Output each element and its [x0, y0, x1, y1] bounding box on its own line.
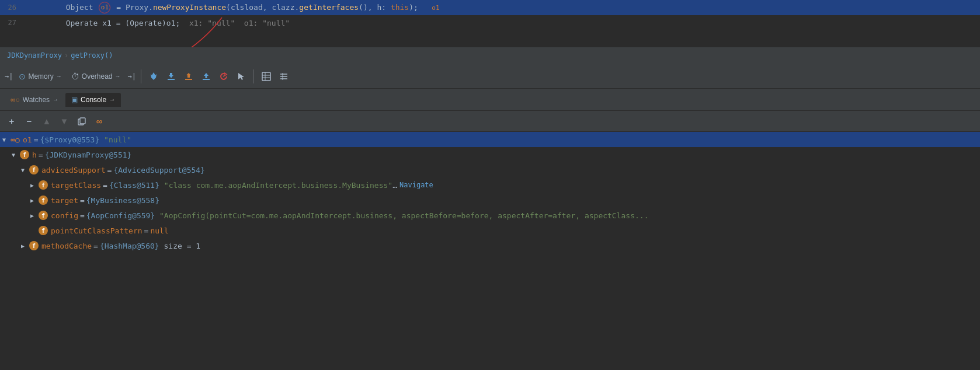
tab-watches[interactable]: ∞○ Watches → [5, 93, 64, 107]
var-arrow-methodcache: ▶ [21, 243, 29, 249]
toolbar-arrow-left[interactable]: →| [5, 72, 13, 81]
line-number-27: 27 [0, 19, 23, 27]
tab-console[interactable]: ▣ Console → [65, 93, 121, 107]
var-equals-targetclass: = [103, 181, 107, 190]
var-ellipsis-targetclass: … [392, 181, 397, 190]
var-row-h[interactable]: ▼ f h = {JDKDynamProxy@551} [0, 147, 980, 162]
var-row-o1[interactable]: ▼ ∞○ o1 = {$Proxy0@553} "null" [0, 132, 980, 147]
overhead-arrow: → [115, 73, 121, 79]
tab-bar: ∞○ Watches → ▣ Console → [0, 89, 980, 111]
upload-button[interactable] [181, 69, 196, 84]
var-value-h: {JDKDynamProxy@551} [45, 151, 132, 159]
var-value-o1: {$Proxy0@553} [40, 135, 99, 144]
list-button[interactable] [276, 69, 291, 84]
var-icon-pointcut: f [39, 226, 48, 235]
infinity-watch-button[interactable]: ∞ [92, 114, 106, 128]
remove-watch-button[interactable]: − [22, 114, 36, 128]
var-name-pointcut: pointCutClassPattern [51, 226, 143, 235]
code-line-26: 26 Object o1 = Proxy.newProxyInstance(cl… [0, 0, 980, 15]
var-arrow-advicedsupport: ▼ [21, 167, 29, 173]
download-button[interactable] [164, 69, 179, 84]
breadcrumb-separator: › [64, 51, 68, 60]
svg-rect-5 [185, 79, 192, 80]
var-row-methodcache[interactable]: ▶ f methodCache = {HashMap@560} size = 1 [0, 238, 980, 253]
var-row-targetclass[interactable]: ▶ f targetClass = {Class@511} "class com… [0, 177, 980, 193]
overhead-icon: ⏱ [71, 72, 79, 81]
var-size-methodcache: size = 1 [159, 242, 200, 250]
list-icon [279, 72, 289, 81]
var-arrow-h: ▼ [12, 152, 20, 158]
var-equals-pointcut: = [144, 226, 149, 235]
svg-marker-11 [238, 73, 244, 80]
var-icon-methodcache: f [29, 241, 39, 250]
var-value-config: {AopConfig@559} [86, 211, 155, 220]
variable-tree: ▼ ∞○ o1 = {$Proxy0@553} "null" ▼ f h = {… [0, 132, 980, 253]
add-watch-button[interactable]: + [5, 114, 19, 128]
var-name-target: target [51, 196, 78, 205]
var-arrow-targetclass: ▶ [30, 182, 39, 189]
var-value-targetclass: {Class@511} [109, 181, 159, 190]
code-content-27: Operate x1 = (Operate)o1; x1: "null" o1:… [23, 19, 980, 27]
var-icon-config: f [39, 211, 48, 220]
overhead-button[interactable]: ⏱ Overhead → [68, 70, 124, 83]
var-row-target[interactable]: ▶ f target = {MyBusiness@558} [0, 193, 980, 208]
memory-arrow: → [56, 73, 62, 79]
var-equals-config: = [80, 211, 85, 220]
var-name-o1: o1 [23, 135, 32, 144]
move-down-button[interactable]: ▼ [57, 114, 71, 128]
console-icon: ▣ [71, 96, 78, 104]
var-name-h: h [32, 151, 37, 159]
flame-button[interactable] [146, 69, 161, 84]
refresh-button[interactable] [216, 69, 231, 84]
var-row-pointcutclasspattern[interactable]: ▶ f pointCutClassPattern = null [0, 223, 980, 238]
watch-controls: + − ▲ ▼ ∞ [0, 111, 980, 132]
overhead-label: Overhead [82, 72, 113, 81]
var-value-target: {MyBusiness@558} [86, 196, 159, 205]
var-icon-targetclass: f [39, 180, 48, 190]
upload-icon [184, 72, 193, 81]
var-row-advicedsupport[interactable]: ▼ f advicedSupport = {AdvicedSupport@554… [0, 162, 980, 177]
copy-watch-button[interactable] [75, 114, 89, 128]
svg-rect-2 [168, 79, 175, 80]
var-value-methodcache: {HashMap@560} [100, 242, 159, 250]
watches-label: Watches [23, 96, 50, 104]
svg-rect-12 [262, 72, 270, 81]
line-number-26: 26 [0, 4, 23, 12]
export-button[interactable] [199, 69, 214, 84]
breadcrumb-method[interactable]: getProxy() [71, 51, 113, 60]
var-string-targetclass: "class com.me.aopAndIntercept.business.M… [159, 181, 392, 190]
var-equals-h: = [39, 151, 43, 159]
download-icon [166, 72, 176, 81]
navigate-targetclass[interactable]: Navigate [399, 181, 433, 189]
var-equals-o1: = [34, 135, 39, 144]
memory-button[interactable]: ⊙ Memory → [15, 70, 65, 83]
var-equals-advicedsupport: = [107, 166, 112, 174]
var-icon-advicedsupport: f [29, 165, 39, 174]
flame-icon [149, 72, 158, 81]
cursor-icon [237, 72, 246, 81]
var-row-config[interactable]: ▶ f config = {AopConfig@559} "AopConfig(… [0, 208, 980, 223]
refresh-icon [219, 72, 228, 81]
var-name-methodcache: methodCache [41, 242, 92, 250]
svg-line-10 [223, 74, 227, 76]
watches-infinity-icon: ∞○ [11, 96, 20, 104]
code-line-27: 27 Operate x1 = (Operate)o1; x1: "null" … [0, 15, 980, 30]
var-equals-methodcache: = [93, 242, 98, 250]
move-up-button[interactable]: ▲ [40, 114, 54, 128]
table-icon [262, 72, 271, 81]
var-name-config: config [51, 211, 78, 220]
var-string-o1: "null" [99, 135, 131, 144]
toolbar-separator-1 [141, 69, 141, 83]
cursor-button[interactable] [234, 69, 249, 84]
var-null-pointcut: null [150, 226, 168, 235]
toolbar-separator-2 [253, 69, 254, 83]
var-icon-o1: ∞○ [11, 135, 20, 144]
console-label: Console [81, 96, 106, 104]
code-area: 26 Object o1 = Proxy.newProxyInstance(cl… [0, 0, 980, 64]
table-button[interactable] [259, 69, 274, 84]
toolbar-pin[interactable]: →| [128, 72, 136, 81]
var-equals-target: = [80, 196, 85, 205]
export-icon [201, 72, 211, 81]
breadcrumb-class[interactable]: JDKDynamProxy [7, 51, 62, 60]
copy-icon [78, 117, 86, 125]
